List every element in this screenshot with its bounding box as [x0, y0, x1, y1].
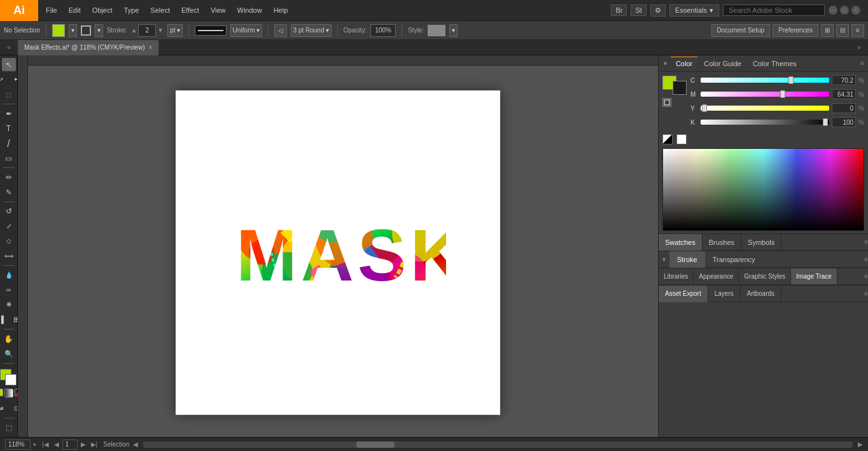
lasso-tool[interactable]: ⬚ [2, 88, 16, 101]
tab-layers[interactable]: Layers [708, 286, 741, 302]
width-tool[interactable]: ⟺ [2, 249, 16, 262]
arrange2-icon[interactable]: ⊟ [836, 24, 849, 37]
document-tab[interactable]: Mask Effects.ai* @ 118% (CMYK/Preview) × [18, 40, 159, 55]
symbol-tool[interactable]: ❋ [2, 298, 16, 311]
eyedropper-tool[interactable]: 💧 [2, 268, 16, 282]
tab-color-guide[interactable]: Color Guide [699, 57, 746, 70]
swatches-panel-menu[interactable]: ≡ [864, 239, 868, 246]
c-slider[interactable] [701, 78, 829, 83]
tab-asset-export[interactable]: Asset Export [659, 286, 708, 302]
direct-selection-tool[interactable]: ↗ [0, 73, 8, 87]
print-tiling-tool[interactable]: ⬚ [2, 421, 16, 434]
maximize-button[interactable]: □ [840, 6, 849, 15]
menu-effect[interactable]: Effect [176, 4, 204, 17]
shaper-tool[interactable]: ◇ [2, 234, 16, 247]
horizontal-scrollbar[interactable] [143, 441, 853, 448]
arrow-start-btn[interactable]: ◁ [274, 24, 287, 37]
menu-view[interactable]: View [206, 4, 231, 17]
next-page-btn[interactable]: ▶ [79, 440, 88, 448]
stroke-style-preview[interactable] [195, 25, 227, 36]
tab-swatches[interactable]: Swatches [659, 234, 703, 251]
tab-color-themes[interactable]: Color Themes [748, 57, 802, 70]
first-page-btn[interactable]: |◀ [40, 440, 51, 448]
scrollbar-thumb[interactable] [356, 441, 395, 448]
opacity-input[interactable] [370, 24, 396, 37]
tab-image-trace[interactable]: Image Trace [791, 268, 837, 285]
document-setup-button[interactable]: Document Setup [711, 24, 771, 37]
fill-swatch[interactable] [52, 24, 65, 37]
color-collapse-icon[interactable]: ▼ [662, 60, 668, 67]
arrange-icon[interactable]: ⊞ [821, 24, 834, 37]
fill-type-dropdown[interactable]: ▾ [69, 24, 77, 37]
pencil-tool[interactable]: ✎ [2, 186, 16, 199]
tab-appearance[interactable]: Appearance [694, 268, 739, 285]
background-color[interactable] [5, 374, 17, 385]
stroke-color-swatch[interactable] [81, 25, 91, 36]
document-tab-close[interactable]: × [148, 44, 152, 51]
scale-tool[interactable]: ⤢ [2, 219, 16, 233]
tab-color[interactable]: Color [671, 57, 697, 70]
prev-page-btn[interactable]: ◀ [52, 440, 61, 448]
search-input[interactable] [723, 4, 825, 16]
round-cap-dropdown[interactable]: 3 pt Round▾ [291, 24, 332, 37]
rectangle-tool[interactable]: ▭ [2, 151, 16, 165]
swap-colors-btn[interactable]: ⇄ [0, 401, 8, 415]
style-dropdown[interactable]: ▾ [449, 24, 458, 37]
minimize-button[interactable]: — [829, 6, 837, 15]
stroke-panel-menu[interactable]: ≡ [864, 256, 868, 263]
c-thumb[interactable] [788, 76, 794, 84]
zoom-input[interactable]: 118% [5, 440, 31, 450]
right-expand-btn[interactable]: » [850, 40, 868, 55]
zoom-dropdown-btn[interactable]: ▾ [33, 441, 36, 448]
k-slider[interactable] [701, 120, 829, 125]
white-swatch[interactable] [676, 134, 687, 144]
menu-file[interactable]: File [41, 4, 62, 17]
m-value-input[interactable]: 64.31 [832, 89, 856, 99]
line-tool[interactable]: / [2, 137, 16, 150]
tab-stroke[interactable]: Stroke [669, 251, 705, 268]
type-tool[interactable]: T [2, 122, 16, 135]
close-button[interactable]: × [851, 6, 860, 15]
libraries-panel-menu[interactable]: ≡ [864, 273, 868, 280]
y-slider[interactable] [701, 106, 829, 111]
tab-symbols[interactable]: Symbols [741, 234, 781, 251]
menu-help[interactable]: Help [269, 4, 293, 17]
stroke-width-input[interactable] [138, 24, 156, 37]
menu-type[interactable]: Type [119, 4, 144, 17]
stroke-type-dropdown[interactable]: ▾ [95, 24, 103, 37]
color-panel-menu[interactable]: ≡ [860, 60, 864, 67]
page-input[interactable]: 1 [62, 440, 78, 450]
menu-window[interactable]: Window [232, 4, 267, 17]
tab-transparency[interactable]: Transparency [705, 251, 763, 268]
y-value-input[interactable]: 0 [832, 103, 856, 113]
m-thumb[interactable] [780, 90, 785, 98]
stroke-collapse-icon[interactable]: ▼ [659, 256, 669, 263]
stroke-icon[interactable] [662, 98, 671, 107]
left-collapse-btn[interactable]: « [0, 40, 18, 55]
asset-panel-menu[interactable]: ≡ [864, 290, 868, 297]
gamut-warning-icon[interactable] [662, 134, 673, 144]
bridge-button[interactable]: Br [611, 4, 627, 16]
k-value-input[interactable]: 100 [832, 117, 856, 127]
stock-button[interactable]: St [631, 4, 646, 16]
color-mode-btn[interactable] [0, 389, 3, 396]
preferences-button[interactable]: Preferences [773, 24, 818, 37]
blend-tool[interactable]: ∞ [2, 283, 16, 296]
gradient-mode-btn[interactable] [4, 389, 13, 398]
tab-libraries[interactable]: Libraries [659, 268, 694, 285]
selection-tool[interactable]: ↖ [2, 58, 16, 71]
style-swatch[interactable] [428, 25, 445, 36]
menu-object[interactable]: Object [87, 4, 118, 17]
paintbrush-tool[interactable]: ✏ [2, 170, 16, 184]
k-thumb[interactable] [823, 118, 828, 126]
last-page-btn[interactable]: ▶| [89, 440, 100, 448]
stroke-unit-dropdown[interactable]: pt▾ [167, 24, 182, 37]
right-scroll-btn[interactable]: ▶ [858, 441, 863, 448]
tab-brushes[interactable]: Brushes [703, 234, 741, 251]
column-graph-tool[interactable]: ▐ [0, 312, 8, 326]
hand-tool[interactable]: ✋ [2, 332, 16, 345]
color-gradient-picker[interactable] [662, 148, 864, 231]
c-value-input[interactable]: 70.2 [832, 75, 856, 85]
menu-edit[interactable]: Edit [64, 4, 86, 17]
tab-artboards[interactable]: Artboards [741, 286, 781, 302]
